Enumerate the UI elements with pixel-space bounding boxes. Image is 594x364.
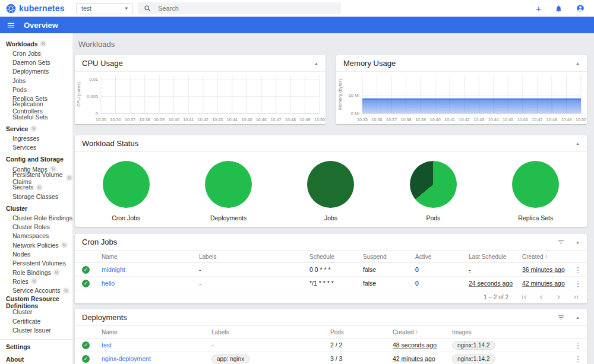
sidebar-item-pods[interactable]: Pods (0, 85, 72, 94)
sidebar-item-cron-jobs[interactable]: Cron Jobs (0, 49, 72, 58)
resource-name-link[interactable]: hello (102, 280, 115, 287)
kubernetes-logo[interactable]: kubernetes (6, 4, 71, 14)
sidebar-item-persistent-volumes[interactable]: Persistent Volumes (0, 259, 72, 268)
cell-menu: ⋮ (569, 341, 587, 350)
column-header-active[interactable]: Active (415, 254, 469, 260)
cell-labels: - (211, 341, 330, 349)
cell-suspend: false (363, 280, 415, 287)
sidebar-item-about[interactable]: About (0, 354, 72, 364)
collapse-caret-icon[interactable]: ▲ (314, 62, 318, 65)
chevron-left-icon[interactable] (538, 293, 545, 301)
sidebar-item-persistent-volume-claims[interactable]: Persistent Volume ClaimsN (0, 173, 72, 182)
sidebar-section-service[interactable]: ServiceN (0, 124, 72, 134)
filter-icon[interactable] (557, 238, 565, 246)
column-header-name[interactable]: Name (102, 329, 211, 335)
collapse-caret-icon[interactable]: ▲ (576, 142, 580, 145)
workload-status-card: Workload Status ▲ Cron JobsDeploymentsJo… (75, 135, 587, 227)
sidebar-item-certificate[interactable]: Certificate (0, 316, 72, 325)
sidebar-section-custom-resource-definitions[interactable]: Custom Resource Definitions (0, 297, 72, 308)
search-input[interactable] (158, 5, 335, 12)
collapse-caret-icon[interactable]: ▲ (576, 240, 580, 244)
last-page-icon[interactable] (572, 293, 580, 301)
cell-labels: - (199, 280, 309, 287)
namespace-select[interactable]: test ▾ (76, 3, 133, 14)
sidebar-section-workloads[interactable]: WorkloadsN (0, 39, 72, 49)
svg-text:10:36: 10:36 (372, 117, 383, 122)
workload-pie-replica-sets: Replica Sets (491, 161, 580, 221)
item-label: Certificate (12, 318, 40, 325)
item-label: Stateful Sets (12, 113, 48, 121)
row-menu-button[interactable]: ⋮ (574, 354, 582, 363)
status-success-icon: ✓ (82, 280, 90, 287)
sidebar-item-network-policies[interactable]: Network PoliciesN (0, 240, 72, 249)
cell-status: ✓ (75, 280, 102, 287)
new-badge: N (66, 175, 72, 181)
sidebar-item-services[interactable]: Services (0, 143, 72, 152)
sidebar-item-daemon-sets[interactable]: Daemon Sets (0, 58, 72, 67)
sidebar-section-cluster[interactable]: Cluster (0, 203, 72, 213)
column-label: Schedule (309, 254, 334, 260)
collapse-caret-icon[interactable]: ▲ (576, 316, 580, 319)
table-row: ✓test-2 / 248 seconds agonginx:1.14.2⋮ (75, 338, 587, 352)
new-badge: N (53, 269, 60, 276)
sidebar-item-settings[interactable]: Settings (0, 342, 72, 352)
pie-label: Cron Jobs (112, 214, 140, 221)
filter-icon[interactable] (557, 314, 565, 321)
sidebar-item-cluster-role-bindings[interactable]: Cluster Role Bindings (0, 213, 72, 222)
resource-name-link[interactable]: nginx-deployment (102, 355, 151, 362)
sidebar-item-role-bindings[interactable]: Role BindingsN (0, 268, 72, 277)
first-page-icon[interactable] (520, 293, 528, 301)
item-label: Storage Classes (12, 193, 58, 200)
sidebar-item-cluster-issuer[interactable]: Cluster Issuer (0, 325, 72, 334)
sidebar-item-ingresses[interactable]: Ingresses (0, 134, 72, 143)
sidebar-item-nodes[interactable]: Nodes (0, 249, 72, 258)
sidebar-item-deployments[interactable]: Deployments (0, 67, 72, 76)
sidebar-item-replication-controllers[interactable]: Replication Controllers (0, 103, 72, 112)
hamburger-menu-icon[interactable] (7, 21, 15, 30)
sidebar-item-storage-classes[interactable]: Storage Classes (0, 192, 72, 201)
sidebar-item-jobs[interactable]: Jobs (0, 76, 72, 85)
image-chip: nginx:1.14.2 (452, 341, 495, 350)
item-label: Persistent Volumes (12, 259, 66, 267)
resource-name-link[interactable]: midnight (102, 266, 125, 273)
column-header-suspend[interactable]: Suspend (363, 254, 415, 260)
sidebar-item-namespaces[interactable]: Namespaces (0, 232, 72, 240)
sidebar-item-service-accounts[interactable]: Service AccountsN (0, 286, 72, 295)
new-badge: N (61, 242, 68, 248)
svg-text:10:36: 10:36 (110, 117, 121, 122)
search-bar[interactable] (138, 2, 341, 14)
column-header-pods[interactable]: Pods (330, 329, 393, 335)
column-header-labels[interactable]: Labels (211, 329, 330, 335)
column-header-created[interactable]: Created↑ (522, 254, 569, 260)
column-header-schedule[interactable]: Schedule (309, 254, 363, 260)
column-header-name[interactable]: Name (102, 254, 199, 260)
item-label: Nodes (12, 251, 30, 258)
sidebar-item-roles[interactable]: RolesN (0, 277, 72, 286)
sidebar-section-config-and-storage[interactable]: Config and Storage (0, 154, 72, 164)
cell-last_schedule: - (469, 266, 522, 273)
workload-pie-deployments: Deployments (184, 161, 273, 221)
row-menu-button[interactable]: ⋮ (574, 279, 582, 288)
notifications-bell-icon[interactable] (555, 5, 563, 12)
column-header-created[interactable]: Created↑ (393, 329, 452, 335)
column-header-images[interactable]: Images (452, 329, 569, 335)
row-menu-button[interactable]: ⋮ (574, 265, 582, 274)
chevron-right-icon[interactable] (555, 293, 563, 301)
svg-text:CPU (cores): CPU (cores) (76, 82, 81, 107)
svg-text:10:40: 10:40 (430, 117, 441, 122)
create-resource-button[interactable]: + (536, 4, 541, 13)
column-header-labels[interactable]: Labels (199, 254, 309, 260)
svg-text:10:45: 10:45 (503, 117, 513, 122)
svg-text:10:46: 10:46 (256, 117, 267, 122)
user-account-icon[interactable] (576, 4, 584, 12)
item-label: About (6, 356, 24, 363)
new-badge: N (31, 278, 37, 284)
row-menu-button[interactable]: ⋮ (574, 341, 582, 350)
item-label: Cron Jobs (12, 50, 41, 57)
resource-name-link[interactable]: test (102, 341, 112, 349)
sidebar-item-cluster-roles[interactable]: Cluster Roles (0, 222, 72, 231)
section-label: Config and Storage (6, 156, 64, 163)
svg-text:10:42: 10:42 (198, 117, 208, 122)
collapse-caret-icon[interactable]: ▲ (576, 62, 580, 65)
column-header-last-schedule[interactable]: Last Schedule (469, 254, 522, 260)
